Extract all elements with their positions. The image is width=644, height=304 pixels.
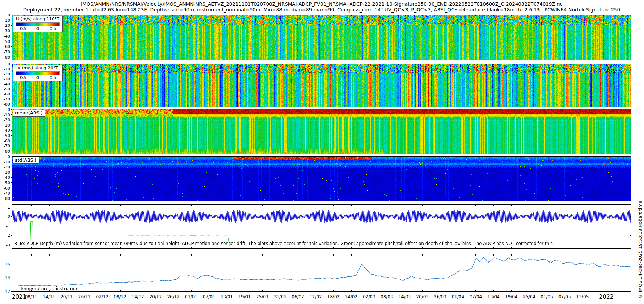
panel-temperature: Temperature at instrument 161412 bbox=[12, 254, 631, 292]
panel-mean-absi: mean(ABSI) 0-10-20-30-40-50-60-70-80 bbox=[12, 109, 631, 154]
panel-label-std-absi: std(ABSI) bbox=[13, 157, 39, 164]
y-tick-label: -70 bbox=[4, 50, 10, 54]
y-tick-mark bbox=[11, 264, 12, 264]
y-tick-label: 14 bbox=[5, 276, 10, 280]
y-tick-label: -30 bbox=[4, 77, 10, 81]
y-tick-label: -30 bbox=[4, 29, 10, 33]
panel-v-velocity: V (m/s) along 20°T -0.5 0 0.5 0-10-20-30… bbox=[12, 64, 631, 107]
y-tick-mark bbox=[11, 162, 12, 162]
x-axis: 2021 2022 08/1114/1120/1126/1102/1208/12… bbox=[12, 293, 631, 303]
y-tick-label: 1 bbox=[8, 205, 10, 209]
y-tick-label: -80 bbox=[4, 149, 10, 153]
y-tick-mark bbox=[11, 94, 12, 94]
y-tick-label: -80 bbox=[4, 196, 10, 200]
u-velocity-heatmap bbox=[12, 15, 631, 60]
colorbar-legend-u: U (m/s) along 110°T -0.5 0 0.5 bbox=[13, 16, 63, 32]
y-tick-mark bbox=[11, 216, 12, 217]
y-tick-label: -10 bbox=[4, 160, 10, 164]
x-tick-label: 31/01 bbox=[274, 294, 287, 299]
y-tick-mark bbox=[11, 41, 12, 41]
x-tick-label: 26/12 bbox=[167, 294, 180, 299]
y-tick-mark bbox=[11, 278, 12, 278]
y-tick-label: -10 bbox=[4, 18, 10, 22]
y-tick-mark bbox=[11, 120, 12, 120]
x-tick-label: 13/01 bbox=[221, 294, 233, 299]
y-tick-mark bbox=[11, 198, 12, 198]
y-tick-label: -80 bbox=[4, 102, 10, 106]
x-tick-label: 07/04 bbox=[469, 294, 482, 299]
x-tick-label: 06/02 bbox=[292, 294, 304, 299]
x-tick-label: 19/01 bbox=[238, 294, 251, 299]
x-tick-label: 19/04 bbox=[505, 294, 518, 299]
y-tick-mark bbox=[11, 36, 12, 36]
y-tick-mark bbox=[11, 207, 12, 207]
x-tick-label: 14/11 bbox=[43, 294, 55, 299]
y-tick-mark bbox=[11, 84, 12, 84]
temperature-plot bbox=[12, 254, 631, 291]
imos-credit-vertical-text: © IMOS 14-Dec-2025 19:53:08 Hobart time bbox=[638, 201, 643, 299]
colorbar-tick: -0.5 bbox=[19, 26, 26, 31]
y-tick-label: -80 bbox=[4, 55, 10, 59]
y-tick-mark bbox=[11, 64, 12, 64]
colorbar-tick: 0.5 bbox=[50, 75, 56, 80]
y-tick-label: -60 bbox=[4, 92, 10, 96]
y-tick-mark bbox=[11, 146, 12, 146]
colorbar-title-v: V (m/s) along 20°T bbox=[13, 65, 62, 70]
y-tick-label: -20 bbox=[4, 165, 10, 169]
x-tick-label: 20/11 bbox=[60, 294, 73, 299]
y-tick-mark bbox=[11, 99, 12, 99]
x-tick-label: 13/05 bbox=[576, 294, 589, 299]
y-tick-mark bbox=[11, 188, 12, 188]
y-tick-mark bbox=[11, 109, 12, 110]
figure-root: { "header": { "line1": "IMOS/ANMN/NRS/NR… bbox=[0, 0, 644, 304]
y-tick-mark bbox=[11, 172, 12, 172]
colorbar-tick: -0.5 bbox=[19, 75, 26, 80]
x-tick-label: 25/01 bbox=[256, 294, 269, 299]
colorbar-tick: 0 bbox=[36, 26, 39, 31]
x-axis-year-right: 2022 bbox=[599, 293, 614, 300]
y-tick-label: -70 bbox=[4, 191, 10, 195]
y-tick-label: 0 bbox=[8, 13, 10, 17]
y-tick-label: -40 bbox=[4, 34, 10, 38]
y-tick-mark bbox=[11, 157, 12, 157]
colorbar-legend-v: V (m/s) along 20°T -0.5 0 0.5 bbox=[13, 65, 63, 81]
y-tick-mark bbox=[11, 125, 12, 125]
y-tick-mark bbox=[11, 31, 12, 31]
y-tick-mark bbox=[11, 57, 12, 57]
colorbar-ticks-v: -0.5 0 0.5 bbox=[13, 75, 62, 80]
y-tick-label: -40 bbox=[4, 82, 10, 86]
figure-subtitle-deployment: Deployment 22, member 1 lat=42.6S lon=14… bbox=[12, 7, 631, 13]
y-tick-label: -70 bbox=[4, 97, 10, 101]
y-tick-mark bbox=[11, 114, 12, 115]
y-tick-mark bbox=[11, 226, 12, 226]
colorbar-gradient-v bbox=[16, 71, 60, 75]
x-tick-label: 20/12 bbox=[150, 294, 162, 299]
y-tick-mark bbox=[11, 177, 12, 178]
y-tick-label: -40 bbox=[4, 176, 10, 180]
y-tick-mark bbox=[11, 141, 12, 141]
y-tick-label: -70 bbox=[4, 144, 10, 148]
y-tick-label: -20 bbox=[4, 118, 10, 122]
x-tick-label: 08/11 bbox=[25, 294, 38, 299]
x-tick-label: 13/04 bbox=[487, 294, 500, 299]
y-tick-mark bbox=[11, 20, 12, 20]
y-tick-mark bbox=[11, 135, 12, 136]
y-tick-label: -30 bbox=[4, 123, 10, 127]
x-tick-label: 01/01 bbox=[185, 294, 197, 299]
x-tick-label: 01/04 bbox=[452, 294, 464, 299]
y-tick-mark bbox=[11, 235, 12, 236]
y-tick-mark bbox=[11, 151, 12, 151]
x-tick-label: 14/12 bbox=[132, 294, 144, 299]
y-tick-mark bbox=[11, 104, 12, 104]
colorbar-tick: 0.5 bbox=[50, 26, 56, 31]
y-tick-mark bbox=[11, 52, 12, 52]
x-axis-year-left: 2021 bbox=[12, 293, 26, 300]
y-tick-mark bbox=[11, 15, 12, 15]
y-tick-mark bbox=[11, 79, 12, 79]
y-tick-mark bbox=[11, 25, 12, 26]
y-tick-label: -60 bbox=[4, 186, 10, 190]
y-tick-mark bbox=[11, 89, 12, 89]
colorbar-tick: 0 bbox=[36, 75, 39, 80]
y-tick-mark bbox=[11, 291, 12, 292]
y-tick-label: -50 bbox=[4, 39, 10, 43]
